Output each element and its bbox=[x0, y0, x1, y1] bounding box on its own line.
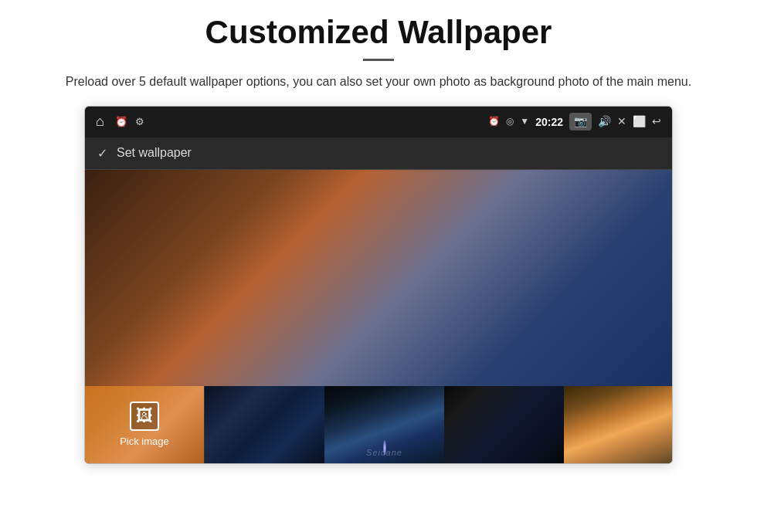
device-screenshot: ⌂ ⏰ ⚙ ⏰ ◎ ▼ 20:22 📷 🔊 ✕ ⬜ ↩ ✓ bbox=[84, 106, 673, 464]
status-bar-right: 📷 🔊 ✕ ⬜ ↩ bbox=[569, 113, 661, 130]
thumbnail-2[interactable]: Seicane bbox=[324, 386, 444, 463]
pick-image-label: Pick image bbox=[120, 435, 169, 447]
status-bar-center: ⏰ ◎ ▼ 20:22 bbox=[144, 116, 569, 128]
usb-icon: ⚙ bbox=[135, 116, 144, 128]
thumbnails-strip: 🖼 Pick image Seicane bbox=[85, 386, 672, 463]
alarm-status-icon: ⏰ bbox=[488, 116, 500, 127]
status-icons-left: ⏰ ⚙ bbox=[115, 116, 144, 128]
pick-image-icon: 🖼 bbox=[130, 402, 159, 431]
thumbnail-3[interactable] bbox=[444, 386, 564, 463]
wifi-icon: ▼ bbox=[520, 116, 529, 127]
page-wrapper: Customized Wallpaper Preload over 5 defa… bbox=[0, 0, 757, 479]
app-bar-title: Set wallpaper bbox=[117, 146, 192, 160]
wallpaper-preview bbox=[85, 170, 672, 386]
pick-image-button[interactable]: 🖼 Pick image bbox=[85, 386, 205, 463]
seicane-watermark-thumb2: Seicane bbox=[366, 448, 402, 457]
alarm-icon: ⏰ bbox=[115, 116, 127, 128]
volume-icon[interactable]: 🔊 bbox=[598, 115, 611, 128]
thumbnail-1[interactable] bbox=[205, 386, 324, 463]
window-icon[interactable]: ⬜ bbox=[633, 115, 646, 128]
home-icon[interactable]: ⌂ bbox=[96, 114, 104, 130]
check-icon[interactable]: ✓ bbox=[97, 146, 107, 161]
status-bar: ⌂ ⏰ ⚙ ⏰ ◎ ▼ 20:22 📷 🔊 ✕ ⬜ ↩ bbox=[85, 107, 672, 137]
location-icon: ◎ bbox=[506, 116, 514, 127]
app-bar: ✓ Set wallpaper bbox=[85, 137, 672, 170]
thumbnail-4[interactable] bbox=[564, 386, 672, 463]
camera-button[interactable]: 📷 bbox=[569, 113, 592, 130]
time-display: 20:22 bbox=[535, 116, 563, 128]
page-subtitle: Preload over 5 default wallpaper options… bbox=[23, 72, 734, 92]
status-bar-left: ⌂ ⏰ ⚙ bbox=[96, 114, 144, 130]
title-divider bbox=[363, 59, 394, 61]
close-icon[interactable]: ✕ bbox=[617, 115, 626, 128]
back-icon[interactable]: ↩ bbox=[652, 115, 661, 128]
page-title: Customized Wallpaper bbox=[23, 14, 734, 51]
